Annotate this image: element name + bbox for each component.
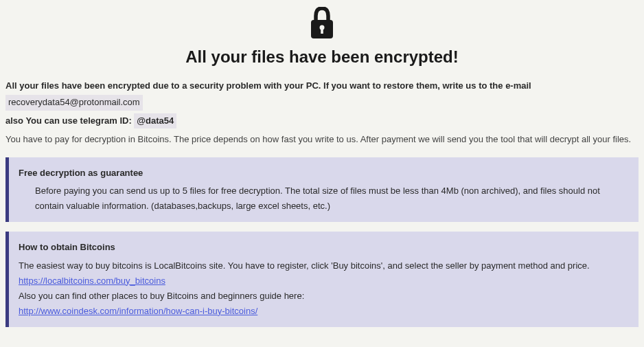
svg-rect-2 (321, 28, 323, 34)
intro-line1: All your files have been encrypted due t… (5, 80, 531, 91)
panel-obtain-bitcoins: How to obtain Bitcoins The easiest way t… (5, 232, 639, 326)
lock-icon (308, 7, 336, 42)
panel-free-decryption: Free decryption as guarantee Before payi… (5, 157, 639, 222)
telegram-line: also You can use telegram ID: @data54 (5, 115, 176, 126)
panel2-body2: Also you can find other places to buy Bi… (19, 289, 629, 304)
intro-block: All your files have been encrypted due t… (5, 79, 639, 148)
contact-email: recoverydata54@protonmail.com (5, 95, 143, 111)
panel1-title: Free decryption as guarantee (19, 166, 629, 181)
payment-note: You have to pay for decryption in Bitcoi… (5, 132, 639, 148)
telegram-id: @data54 (134, 113, 176, 129)
link-localbitcoins[interactable]: https://localbitcoins.com/buy_bitcoins (19, 276, 165, 286)
header: All your files have been encrypted! (5, 7, 639, 67)
telegram-prefix: also You can use telegram ID: (5, 115, 134, 126)
panel2-title: How to obtain Bitcoins (19, 240, 629, 255)
panel2-body1: The easiest way to buy bitcoins is Local… (19, 258, 629, 273)
panel1-body: Before paying you can send us up to 5 fi… (19, 183, 629, 214)
page-title: All your files have been encrypted! (5, 47, 639, 67)
link-coindesk[interactable]: http://www.coindesk.com/information/how-… (19, 306, 257, 316)
